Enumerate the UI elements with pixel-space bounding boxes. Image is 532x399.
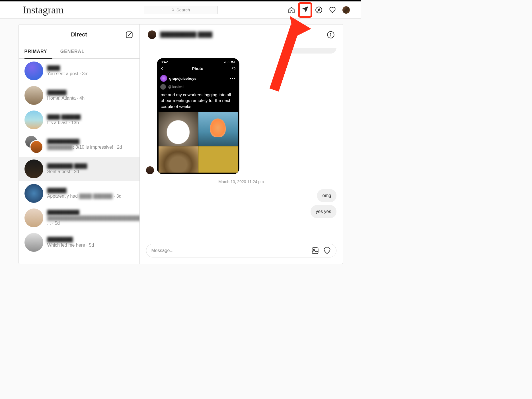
chat-timestamp: March 10, 2020 11:24 pm [146, 179, 336, 184]
conversation-item[interactable]: ████████ Which led me here · 5d [19, 230, 139, 255]
conversation-name: ██████ [47, 188, 134, 193]
conversation-name: ████████ ████ [47, 163, 134, 169]
message-placeholder: Message... [151, 248, 174, 253]
conversation-item[interactable]: ██████████ █████████████████████████████… [19, 206, 139, 230]
tab-primary[interactable]: PRIMARY [24, 45, 52, 59]
tab-general[interactable]: GENERAL [60, 45, 90, 58]
avatar [24, 184, 43, 203]
conversation-item[interactable]: ██████ Home! Atlanta · 4h [19, 83, 139, 108]
direct-header: Direct [19, 24, 139, 45]
post-author-name: grapejuiceboys [169, 76, 196, 81]
top-navigation: Instagram Search [0, 1, 361, 19]
chat-header-name: ██████████ ████ [160, 32, 213, 38]
avatar [24, 111, 43, 129]
conversation-name: ██████ [47, 90, 134, 95]
search-placeholder: Search [176, 7, 190, 12]
conversation-text: ████ ██████ It's a blast · 13h [47, 114, 134, 125]
sent-message: omg [317, 189, 336, 202]
instagram-logo[interactable]: Instagram [23, 4, 64, 16]
svg-point-6 [330, 33, 331, 34]
compose-icon[interactable] [125, 31, 133, 39]
conversation-text: ██████████ █████████████████████████████… [47, 210, 139, 226]
phone-title: Photo [192, 66, 204, 71]
phone-indicators [224, 60, 235, 64]
chat-body: 8:42 Photo grapejuiceboys ••• [140, 45, 343, 239]
back-icon [160, 67, 164, 71]
search-input[interactable]: Search [144, 6, 218, 14]
phone-status-bar: 8:42 [157, 58, 239, 65]
phone-time: 8:42 [161, 60, 168, 64]
more-icon: ••• [230, 76, 236, 81]
avatar [24, 233, 43, 252]
chat-panel: ██████████ ████ 8:42 Photo [140, 24, 343, 264]
explore-icon[interactable] [315, 6, 323, 14]
tweet-handle: @ikasliwal [168, 85, 184, 89]
phone-nav: Photo [157, 65, 239, 73]
conversation-preview: ████████: 8/10 is impressive! · 2d [47, 145, 134, 150]
conversation-name: ████ [47, 66, 134, 71]
avatar [24, 159, 43, 178]
conversation-preview: Home! Atlanta · 4h [47, 96, 134, 101]
svg-point-0 [172, 9, 174, 11]
conversation-preview: You sent a post · 3m [47, 71, 134, 76]
image-icon[interactable] [311, 247, 319, 255]
message-avatar[interactable] [146, 166, 154, 174]
conversation-name: ████████ [47, 237, 134, 242]
conversation-text: ████████ Which led me here · 5d [47, 237, 134, 248]
direct-title: Direct [71, 31, 87, 38]
meme-cell [159, 112, 198, 146]
conversation-item[interactable]: ████ You sent a post · 3m [19, 59, 139, 83]
svg-rect-8 [224, 62, 225, 63]
tweet-author: @ikasliwal [157, 83, 239, 91]
tweet-avatar [160, 84, 166, 90]
conversation-preview: Which led me here · 5d [47, 243, 134, 248]
conversation-preview: ██████████████████████████████... · 5d [47, 216, 139, 226]
conversation-preview: It's a blast · 13h [47, 120, 134, 125]
message-bubble-partial [285, 48, 336, 54]
conversation-list: ████ You sent a post · 3m ██████ Home! A… [19, 59, 139, 264]
avatar [24, 86, 43, 105]
svg-rect-13 [312, 248, 318, 254]
conversation-text: ██████████ ████████: 8/10 is impressive!… [47, 139, 134, 150]
avatar [24, 62, 43, 80]
heart-icon[interactable] [329, 6, 336, 14]
meme-image-grid [157, 112, 239, 174]
refresh-icon [231, 66, 236, 71]
chat-header-avatar[interactable] [148, 30, 156, 39]
home-icon[interactable] [288, 6, 295, 14]
meme-cell [198, 112, 238, 146]
search-icon [171, 8, 175, 12]
shared-post[interactable]: 8:42 Photo grapejuiceboys ••• [157, 58, 239, 174]
conversation-text: ██████ Home! Atlanta · 4h [47, 90, 134, 101]
conversation-item[interactable]: ████████ ████ Sent a post · 2d [19, 157, 139, 181]
conversation-name: ██████████ [47, 210, 139, 215]
tweet-text: me and my coworkers logging into all of … [157, 91, 239, 112]
message-input[interactable]: Message... [146, 244, 336, 257]
conversation-text: ████████ ████ Sent a post · 2d [47, 163, 134, 174]
conversation-name: ██████████ [47, 139, 134, 144]
avatar [24, 208, 43, 227]
info-icon[interactable] [327, 31, 335, 39]
meme-cell [198, 146, 238, 173]
svg-rect-12 [231, 61, 233, 62]
heart-icon[interactable] [323, 247, 331, 255]
conversation-panel: Direct PRIMARY GENERAL ████ You sent a p… [19, 24, 140, 264]
conversation-text: ██████ Apparently had ████ ██████ · 3d [47, 188, 134, 199]
direct-messages-icon[interactable] [301, 6, 309, 13]
profile-avatar[interactable] [342, 6, 350, 14]
conversation-name: ████ ██████ [47, 114, 134, 120]
svg-marker-3 [318, 9, 320, 11]
meme-cell [159, 146, 198, 173]
conversation-item[interactable]: ██████████ ████████: 8/10 is impressive!… [19, 132, 139, 157]
conversation-item[interactable]: ██████ Apparently had ████ ██████ · 3d [19, 181, 139, 206]
message-input-row: Message... [140, 239, 343, 264]
conversation-item[interactable]: ████ ██████ It's a blast · 13h [19, 108, 139, 132]
sent-message: yes yes [311, 205, 336, 218]
conversation-preview: Sent a post · 2d [47, 169, 134, 174]
avatar-group [24, 135, 43, 154]
nav-icons [288, 6, 350, 14]
direct-container: Direct PRIMARY GENERAL ████ You sent a p… [19, 24, 343, 264]
post-author-avatar [160, 75, 167, 82]
conversation-preview: Apparently had ████ ██████ · 3d [47, 194, 134, 199]
inbox-tabs: PRIMARY GENERAL [19, 45, 139, 59]
